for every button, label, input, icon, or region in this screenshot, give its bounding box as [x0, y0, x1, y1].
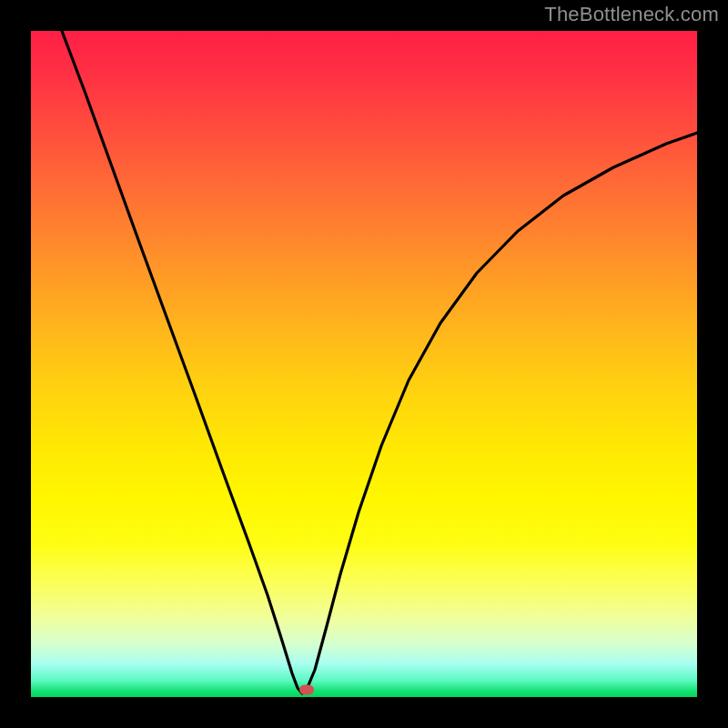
watermark-text: TheBottleneck.com [544, 3, 719, 26]
optimal-point-marker [299, 685, 314, 695]
bottleneck-curve [31, 31, 697, 697]
plot-area [31, 31, 697, 697]
chart-frame: TheBottleneck.com [0, 0, 728, 728]
